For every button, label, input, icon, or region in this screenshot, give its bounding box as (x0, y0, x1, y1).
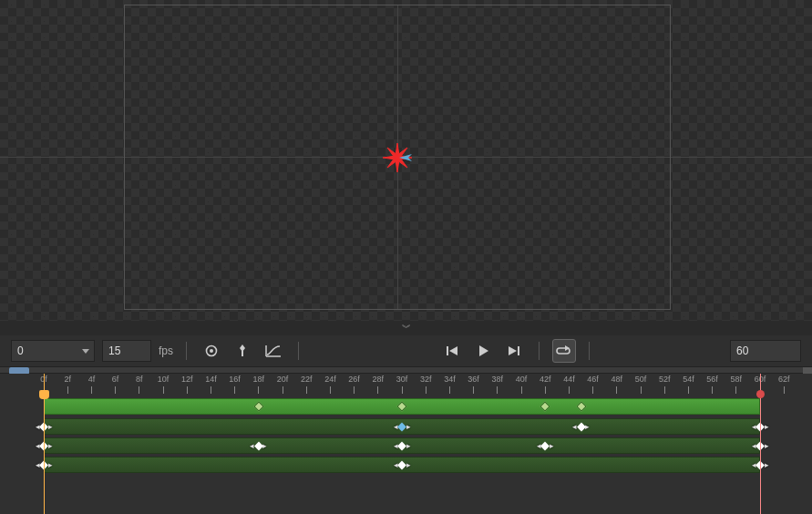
svg-marker-18 (509, 346, 517, 355)
track-area[interactable]: ◂▸◂▸◂▸◂▸◂▸◂▸◂▸◂▸◂▸◂▸◂▸◂▸ (0, 396, 812, 514)
ruler-tick: 38f (486, 374, 509, 396)
ruler-tick: 14f (199, 374, 222, 396)
ruler-tick: 32f (414, 374, 437, 396)
svg-marker-9 (399, 154, 412, 161)
keyframe[interactable]: ◂▸ (394, 460, 411, 469)
ruler-tick: 4f (79, 374, 103, 396)
fps-label: fps (159, 344, 173, 357)
skip-to-start-button[interactable] (440, 339, 464, 363)
ruler-tick: 48f (605, 374, 629, 396)
svg-rect-14 (242, 351, 243, 356)
ruler-tick: 40f (509, 374, 533, 396)
svg-marker-17 (479, 345, 488, 356)
ruler-tick: 58f (725, 374, 748, 396)
ruler-tick: 44f (557, 374, 581, 396)
ruler-tick: 10f (151, 374, 175, 396)
keyframe[interactable]: ◂▸ (572, 422, 590, 431)
separator (186, 342, 187, 360)
preview-panel[interactable] (0, 0, 812, 321)
separator (298, 342, 299, 360)
frame-dropdown-button[interactable] (79, 341, 92, 361)
fps-input[interactable]: 15 (102, 340, 151, 362)
ruler-tick: 28f (366, 374, 390, 396)
svg-rect-19 (518, 346, 519, 355)
panel-collapse-handle[interactable]: ︾ (0, 321, 812, 335)
ruler-tick: 50f (629, 374, 653, 396)
svg-marker-10 (82, 349, 89, 354)
ruler-tick: 46f (581, 374, 605, 396)
ruler-tick: 30f (390, 374, 414, 396)
svg-point-12 (210, 349, 213, 353)
timeline-scrollbar[interactable] (0, 366, 812, 374)
ruler-tick: 6f (104, 374, 128, 396)
curve-editor-button[interactable] (262, 339, 285, 363)
keyframe[interactable]: ◂▸ (394, 441, 411, 450)
end-marker[interactable] (760, 374, 761, 514)
ruler-tick: 26f (343, 374, 366, 396)
keyframe[interactable]: ◂▸ (394, 422, 411, 431)
ruler-tick: 54f (676, 374, 700, 396)
end-frame-value: 60 (736, 344, 748, 357)
ruler-tick: 2f (56, 374, 79, 396)
keyframe[interactable]: ◂▸ (250, 441, 267, 450)
ruler-tick: 16f (223, 374, 247, 396)
track-row[interactable] (0, 397, 812, 416)
ruler-tick: 24f (318, 374, 342, 396)
current-frame-input[interactable]: 0 (11, 340, 95, 362)
record-keys-button[interactable] (200, 339, 223, 363)
timeline-toolbar: 0 15 fps (0, 335, 812, 366)
svg-rect-15 (447, 346, 448, 355)
loop-button[interactable] (552, 339, 576, 363)
play-button[interactable] (471, 339, 495, 363)
ruler-tick: 36f (462, 374, 486, 396)
frame-ruler[interactable]: 0f2f4f6f8f10f12f14f16f18f20f22f24f26f28f… (0, 374, 812, 396)
ruler-tick: 18f (247, 374, 271, 396)
ruler-tick: 52f (653, 374, 676, 396)
ruler-tick: 56f (701, 374, 725, 396)
ruler-tick: 8f (128, 374, 151, 396)
svg-marker-16 (449, 346, 457, 355)
ruler-tick: 62f (772, 374, 796, 396)
ruler-tick: 42f (533, 374, 557, 396)
playhead[interactable] (44, 374, 45, 514)
keyframe[interactable]: ◂▸ (537, 441, 554, 450)
svg-marker-13 (240, 344, 245, 352)
track-row[interactable]: ◂▸◂▸◂▸ (0, 456, 812, 474)
ruler-tick: 34f (437, 374, 461, 396)
track-row[interactable]: ◂▸◂▸◂▸◂▸◂▸ (0, 437, 812, 455)
separator (539, 342, 540, 360)
track-row[interactable]: ◂▸◂▸◂▸◂▸ (0, 417, 812, 436)
chevron-down-icon: ︾ (402, 322, 410, 334)
ruler-tick: 20f (271, 374, 294, 396)
autokey-button[interactable] (231, 339, 254, 363)
separator (589, 342, 590, 360)
fps-value: 15 (108, 344, 120, 357)
bone-direction-arrow[interactable] (399, 154, 417, 161)
end-frame-input[interactable]: 60 (730, 340, 801, 362)
ruler-tick: 12f (175, 374, 199, 396)
end-marker-handle[interactable] (756, 390, 765, 398)
ruler-tick: 22f (294, 374, 318, 396)
skip-to-end-button[interactable] (502, 339, 526, 363)
canvas-frame[interactable] (124, 5, 671, 310)
current-frame-value: 0 (17, 344, 24, 357)
timeline-panel[interactable]: 0f2f4f6f8f10f12f14f16f18f20f22f24f26f28f… (0, 374, 812, 514)
playhead-handle[interactable] (39, 390, 49, 399)
